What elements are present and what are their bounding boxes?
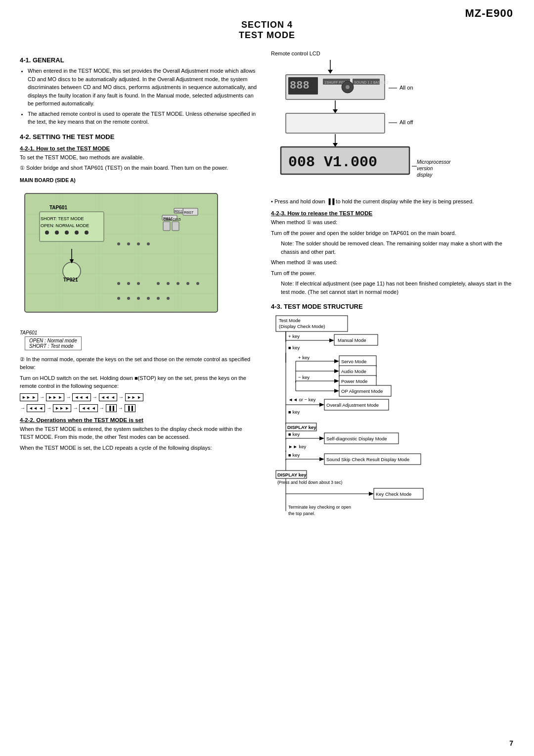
board-svg: TAP601 SHORT: TEST MODE OPEN: NORMAL MOD… bbox=[20, 185, 227, 328]
setting-heading: 4-2. SETTING THE TEST MODE bbox=[20, 133, 257, 141]
key-sequence2: → ◄◄ ◄ → ►► ► → ◄◄ ◄ → ▐▐ → ▐▐ bbox=[20, 404, 257, 412]
svg-text:+ key: + key bbox=[288, 333, 300, 339]
arrow5: → bbox=[20, 405, 25, 411]
remote-lcd-svg: 888 1SHUFF PGM SOUND 1 2 BASS 1 2 All on bbox=[271, 60, 459, 189]
sub1-method1: ① Solder bridge and short TAP601 (TEST) … bbox=[20, 164, 257, 172]
tap-mode-labels: OPEN : Normal mode SHORT : Test mode bbox=[25, 336, 82, 350]
section-structure: 4-3. TEST MODE STRUCTURE Test Mode (Disp… bbox=[271, 303, 514, 601]
svg-text:(Display Check Mode): (Display Check Mode) bbox=[279, 324, 325, 329]
svg-point-41 bbox=[186, 282, 189, 285]
general-bullets: When entered in the TEST MODE, this set … bbox=[28, 67, 257, 126]
svg-text:C615: C615 bbox=[173, 218, 181, 221]
key-ff-ff4: ►► ► bbox=[53, 404, 71, 412]
svg-text:Key Check Mode: Key Check Mode bbox=[376, 491, 411, 497]
svg-text:Servo Mode: Servo Mode bbox=[341, 359, 366, 364]
sub3-note2: Note: If electrical adjustment (see page… bbox=[281, 280, 514, 296]
svg-marker-95 bbox=[334, 369, 339, 373]
svg-marker-51 bbox=[328, 70, 333, 74]
svg-text:display: display bbox=[417, 172, 433, 178]
sub3-heading: 4-2-3. How to release the TEST MODE bbox=[271, 210, 514, 216]
key-pause2: ▐▐ bbox=[125, 404, 135, 412]
svg-marker-106 bbox=[334, 389, 339, 393]
key-sequence: ►► ► → ►► ► → ◄◄ ◄ → ◄◄ ◄ → ►► ► bbox=[20, 393, 257, 401]
svg-text:(Press and hold down about 3 s: (Press and hold down about 3 sec) bbox=[277, 480, 343, 485]
flowchart: Test Mode (Display Check Mode) + key Man… bbox=[271, 313, 514, 601]
svg-point-40 bbox=[177, 282, 179, 285]
remote-lcd-diagram: 888 1SHUFF PGM SOUND 1 2 BASS 1 2 All on bbox=[271, 60, 514, 189]
hold-note: • Press and hold down ▐▐ to hold the cur… bbox=[271, 197, 514, 206]
svg-point-32 bbox=[127, 242, 130, 245]
svg-point-14 bbox=[45, 231, 49, 235]
arrow8: → bbox=[99, 405, 104, 411]
svg-text:OPEN: NORMAL MODE: OPEN: NORMAL MODE bbox=[41, 223, 89, 228]
key-rew3: ◄◄ ◄ bbox=[27, 404, 45, 412]
svg-text:►► key: ►► key bbox=[288, 444, 306, 449]
key-ff-ff: ►► ► bbox=[20, 393, 38, 401]
sub3-method2-label: When method ② was used: bbox=[271, 258, 514, 267]
svg-text:SOUND 1 2 BASS 1 2: SOUND 1 2 BASS 1 2 bbox=[354, 81, 388, 84]
svg-text:Manual Mode: Manual Mode bbox=[338, 337, 366, 343]
sub2-para1: When the TEST MODE is entered, the syste… bbox=[20, 425, 257, 441]
svg-text:SHORT: TEST MODE: SHORT: TEST MODE bbox=[41, 216, 84, 221]
svg-point-60 bbox=[346, 85, 350, 89]
arrow4: → bbox=[119, 394, 124, 400]
svg-text:All on: All on bbox=[400, 85, 413, 91]
section-general: 4-1. GENERAL When entered in the TEST MO… bbox=[20, 56, 257, 126]
page-title: TEST MODE bbox=[20, 30, 514, 41]
sub3-method1-label: When method ① was used: bbox=[271, 218, 514, 227]
svg-point-47 bbox=[157, 297, 160, 300]
sub3-method2-text: Turn off the power. bbox=[271, 269, 514, 278]
method2-detail: Turn on HOLD switch on the set. Holding … bbox=[20, 374, 257, 390]
svg-text:DISPLAY key: DISPLAY key bbox=[277, 472, 307, 477]
arrow2: → bbox=[66, 394, 71, 400]
svg-text:■ key: ■ key bbox=[288, 452, 300, 458]
svg-marker-123 bbox=[319, 436, 324, 440]
key-rew-rew2: ◄◄ ◄ bbox=[99, 393, 117, 401]
svg-point-46 bbox=[147, 297, 150, 300]
flowchart-svg: Test Mode (Display Check Mode) + key Man… bbox=[271, 313, 479, 600]
svg-point-36 bbox=[127, 282, 130, 285]
general-bullet-2: The attached remote control is used to o… bbox=[28, 110, 257, 126]
svg-text:■ key: ■ key bbox=[288, 431, 300, 437]
general-heading: 4-1. GENERAL bbox=[20, 56, 257, 64]
svg-text:OP Alignment Mode: OP Alignment Mode bbox=[341, 388, 383, 394]
short-label: SHORT : Test mode bbox=[29, 343, 73, 349]
svg-text:TP921: TP921 bbox=[63, 277, 78, 283]
svg-text:+ key: + key bbox=[298, 355, 310, 360]
svg-point-44 bbox=[127, 297, 130, 300]
svg-point-42 bbox=[196, 282, 199, 285]
board-label: MAIN BOARD (SIDE A) bbox=[20, 177, 257, 183]
key-pause1: ▐▐ bbox=[106, 404, 117, 412]
sub3-note1: Note: The solder should be removed clean… bbox=[281, 239, 514, 256]
svg-text:◄◄ or − key: ◄◄ or − key bbox=[288, 397, 316, 402]
right-column: Remote control LCD 888 1SHUFF PGM S bbox=[271, 49, 514, 601]
svg-text:C606: C606 bbox=[164, 218, 172, 221]
svg-point-31 bbox=[117, 242, 120, 245]
svg-point-33 bbox=[137, 242, 140, 245]
svg-text:Microprocessor: Microprocessor bbox=[417, 159, 451, 165]
sub3-method1-text: Turn off the power and open the solder b… bbox=[271, 229, 514, 237]
board-diagram: MAIN BOARD (SIDE A) bbox=[20, 177, 257, 350]
key-ff-ff3: ►► ► bbox=[125, 393, 143, 401]
page-number: 7 bbox=[509, 739, 513, 747]
svg-marker-90 bbox=[334, 359, 339, 363]
arrow6: → bbox=[46, 405, 51, 411]
section-setting: 4-2. SETTING THE TEST MODE 4-2-1. How to… bbox=[20, 133, 257, 452]
svg-text:Terminate key checking or open: Terminate key checking or open bbox=[288, 505, 351, 510]
arrow3: → bbox=[92, 394, 97, 400]
section-heading: SECTION 4 bbox=[20, 20, 514, 30]
svg-rect-65 bbox=[286, 113, 385, 133]
svg-marker-101 bbox=[334, 379, 339, 383]
svg-point-48 bbox=[167, 297, 170, 300]
svg-text:R607: R607 bbox=[184, 210, 194, 215]
main-content: 4-1. GENERAL When entered in the TEST MO… bbox=[20, 49, 514, 601]
arrow9: → bbox=[118, 405, 123, 411]
svg-marker-131 bbox=[319, 457, 324, 461]
page: MZ-E900 SECTION 4 TEST MODE 4-1. GENERAL… bbox=[0, 0, 534, 756]
arrow1: → bbox=[40, 394, 44, 400]
open-label: OPEN : Normal mode bbox=[29, 338, 77, 343]
sub1-heading: 4-2-1. How to set the TEST MODE bbox=[20, 145, 257, 151]
svg-rect-27 bbox=[163, 222, 170, 231]
svg-point-35 bbox=[117, 282, 120, 285]
svg-text:Power Mode: Power Mode bbox=[341, 378, 367, 384]
